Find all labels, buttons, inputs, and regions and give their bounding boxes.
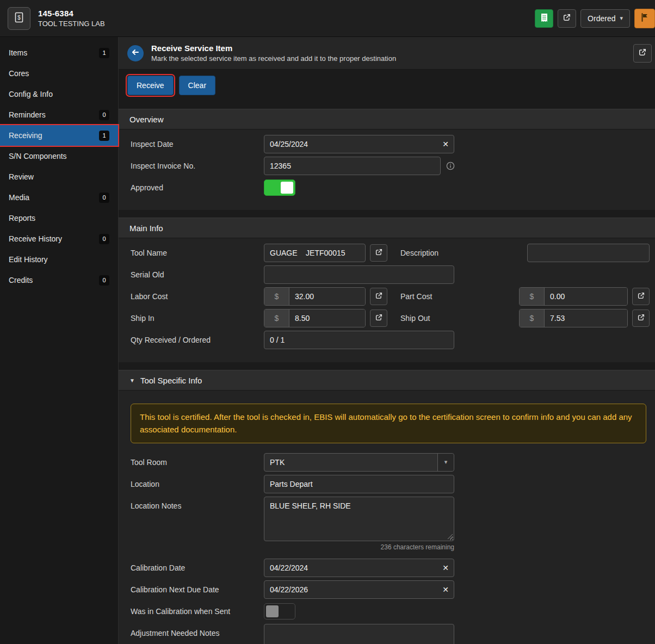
section-title: Overview — [129, 115, 164, 124]
calibration-date-input[interactable] — [264, 559, 454, 577]
count-badge: 0 — [99, 193, 109, 203]
topbar: $ 145-6384 TOOL TESTING LAB Ordered ▾ — [0, 0, 655, 37]
clear-x-icon[interactable]: ✕ — [440, 563, 451, 573]
location-label: Location — [131, 480, 264, 488]
calibration-date-label: Calibration Date — [131, 564, 264, 572]
ship-out-input[interactable] — [545, 309, 627, 327]
tool-name-external-link-button[interactable] — [370, 244, 387, 262]
count-badge: 0 — [99, 110, 109, 120]
part-cost-field: $ — [519, 287, 628, 306]
sidebar-item-review[interactable]: Review — [0, 166, 118, 187]
tool-room-select[interactable]: PTK ▾ — [264, 453, 454, 472]
main-info-section-header: Main Info — [119, 218, 655, 238]
overview-section-header: Overview — [119, 109, 655, 129]
sidebar-item-label: Items — [9, 48, 27, 57]
page-subtitle: Mark the selected service item as receiv… — [151, 54, 396, 63]
side-panel-toggle-button[interactable] — [634, 9, 655, 28]
qty-received-ordered-input[interactable] — [264, 331, 454, 349]
external-link-icon — [638, 314, 645, 323]
arrow-left-icon — [131, 48, 140, 58]
page-title-block: Receive Service Item Mark the selected s… — [151, 44, 396, 63]
sidebar-item-label: Config & Info — [9, 90, 53, 98]
sidebar-item-receive-history[interactable]: Receive History 0 — [0, 228, 118, 249]
chevron-down-icon: ▾ — [437, 454, 454, 471]
description-label: Description — [400, 249, 466, 257]
sidebar-item-label: S/N Components — [9, 152, 67, 160]
info-icon — [446, 162, 455, 170]
sidebar-item-receiving[interactable]: Receiving 1 — [0, 125, 118, 146]
sidebar-item-credits[interactable]: Credits 0 — [0, 270, 118, 290]
part-cost-external-link-button[interactable] — [632, 288, 650, 305]
sidebar-item-reminders[interactable]: Reminders 0 — [0, 104, 118, 125]
serial-old-input[interactable] — [264, 265, 454, 284]
status-dropdown-label: Ordered — [588, 14, 615, 23]
ship-in-external-link-button[interactable] — [370, 309, 387, 327]
labor-cost-field: $ — [264, 287, 366, 306]
sidebar-item-cores[interactable]: Cores — [0, 63, 118, 84]
adjustment-needed-notes-textarea[interactable] — [264, 624, 454, 644]
location-input[interactable] — [264, 475, 454, 493]
clear-button[interactable]: Clear — [179, 76, 215, 95]
approved-toggle[interactable] — [264, 179, 295, 196]
tool-specific-info-section: ▼ Tool Specific Info This tool is certif… — [119, 370, 655, 644]
main-content: Receive Service Item Mark the selected s… — [119, 37, 655, 644]
was-in-calibration-label: Was in Calibration when Sent — [131, 607, 264, 616]
external-link-icon — [639, 48, 646, 58]
invoice-icon: $ — [14, 12, 24, 24]
external-link-icon — [375, 314, 382, 323]
flag-icon — [640, 13, 649, 23]
page-title: Receive Service Item — [151, 44, 396, 53]
clear-x-icon[interactable]: ✕ — [440, 585, 451, 595]
receive-button[interactable]: Receive — [127, 76, 174, 95]
sidebar-item-reports[interactable]: Reports — [0, 208, 118, 228]
receipt-icon — [541, 14, 548, 23]
tool-specific-info-header[interactable]: ▼ Tool Specific Info — [119, 370, 655, 391]
qty-received-ordered-label: Qty Received / Ordered — [131, 336, 264, 344]
work-order-number: 145-6384 — [38, 9, 105, 18]
section-title: Tool Specific Info — [140, 376, 202, 385]
part-cost-label: Part Cost — [400, 292, 466, 301]
labor-cost-external-link-button[interactable] — [370, 288, 387, 305]
open-page-external-button[interactable] — [633, 44, 652, 63]
location-notes-label: Location Notes — [131, 497, 264, 510]
part-cost-input[interactable] — [545, 288, 627, 305]
currency-prefix: $ — [520, 288, 545, 305]
sidebar-item-label: Receiving — [9, 131, 42, 140]
sidebar-item-config-info[interactable]: Config & Info — [0, 84, 118, 104]
external-link-icon — [638, 292, 645, 301]
back-button[interactable] — [127, 45, 144, 61]
ship-out-external-link-button[interactable] — [632, 309, 650, 327]
page-header: Receive Service Item Mark the selected s… — [119, 37, 655, 70]
serial-old-label: Serial Old — [131, 270, 264, 279]
characters-remaining: 236 characters remaining — [264, 543, 454, 551]
sidebar-item-label: Reports — [9, 214, 35, 222]
location-notes-textarea[interactable]: BLUE SHELF, RH SIDE — [264, 497, 454, 541]
sidebar-item-label: Credits — [9, 276, 33, 284]
was-in-calibration-toggle[interactable] — [264, 603, 295, 620]
currency-prefix: $ — [264, 288, 289, 305]
ship-in-input[interactable] — [289, 309, 365, 327]
currency-prefix: $ — [520, 309, 545, 327]
sidebar-item-edit-history[interactable]: Edit History — [0, 249, 118, 270]
open-external-button[interactable] — [558, 9, 576, 28]
tool-name-input[interactable] — [264, 244, 366, 262]
description-input[interactable] — [527, 244, 650, 262]
sidebar-item-items[interactable]: Items 1 — [0, 42, 118, 63]
work-order-name: TOOL TESTING LAB — [38, 20, 105, 28]
status-dropdown[interactable]: Ordered ▾ — [580, 9, 630, 28]
sidebar-item-label: Cores — [9, 69, 29, 78]
tool-name-label: Tool Name — [131, 249, 264, 257]
sidebar-item-media[interactable]: Media 0 — [0, 187, 118, 208]
labor-cost-input[interactable] — [289, 288, 365, 305]
tool-room-label: Tool Room — [131, 458, 264, 467]
receipt-button[interactable] — [535, 9, 553, 28]
clear-x-icon[interactable]: ✕ — [440, 139, 451, 149]
sidebar: Items 1 Cores Config & Info Reminders 0 … — [0, 37, 119, 644]
sidebar-item-sn-components[interactable]: S/N Components — [0, 146, 118, 166]
sidebar-item-label: Media — [9, 193, 29, 202]
inspect-date-input[interactable] — [264, 135, 454, 153]
adjustment-needed-notes-label: Adjustment Needed Notes — [131, 624, 264, 637]
calibration-next-due-input[interactable] — [264, 580, 454, 599]
invoice-app-button[interactable]: $ — [8, 7, 30, 30]
inspect-invoice-input[interactable] — [264, 157, 441, 175]
